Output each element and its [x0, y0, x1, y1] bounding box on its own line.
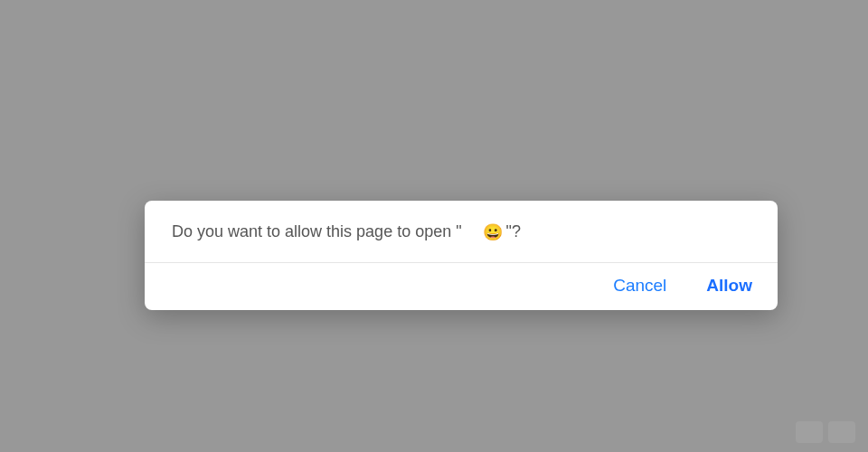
dialog-actions: Cancel Allow: [145, 263, 778, 310]
dialog-message-prefix: Do you want to allow this page to open ": [172, 222, 462, 240]
dialog-message: Do you want to allow this page to open "…: [172, 222, 521, 240]
allow-button[interactable]: Allow: [706, 276, 752, 296]
app-emoji-icon: 😀: [483, 222, 503, 242]
footer-controls: [796, 421, 855, 443]
permission-dialog: Do you want to allow this page to open "…: [145, 201, 778, 310]
footer-icon: [796, 421, 823, 443]
dialog-body: Do you want to allow this page to open "…: [145, 201, 778, 263]
footer-icon: [828, 421, 855, 443]
cancel-button[interactable]: Cancel: [613, 276, 666, 296]
dialog-message-suffix: "?: [506, 222, 521, 240]
